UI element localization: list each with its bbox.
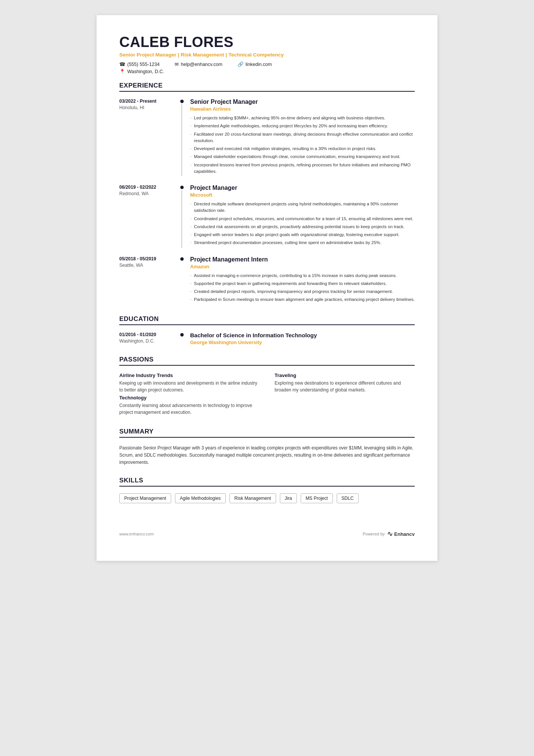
location-text: Redmond, WA [119,191,149,196]
passion-item: Technology Constantly learning about adv… [119,395,259,416]
skills-list: Project ManagementAgile MethodologiesRis… [119,493,415,503]
passions-col-2: Traveling Exploring new destinations to … [275,373,415,417]
experience-entry: 05/2018 - 05/2019 Seattle, WA Project Ma… [119,256,415,305]
edu-school: George Washington University [190,340,415,345]
passion-title: Traveling [275,373,415,378]
location-text: Washington, D.C. [127,69,164,74]
passion-title: Airline Industry Trends [119,373,259,378]
footer-right: Powered by ∿ Enhancv [363,530,415,538]
job-title: Project Manager [190,185,415,191]
experience-entry: 03/2022 - Present Honolulu, HI Senior Pr… [119,99,415,176]
bullet-item: Created detailed project reports, improv… [190,288,415,295]
date-location: 06/2019 - 02/2022 Redmond, WA [119,185,178,248]
experience-list: 03/2022 - Present Honolulu, HI Senior Pr… [119,99,415,305]
location-text: Seattle, WA [119,263,143,268]
summary-section: SUMMARY Passionate Senior Project Manage… [119,428,415,466]
date-location: 01/2016 - 01/2020 Washington, D.C. [119,332,178,345]
powered-by-text: Powered by [363,532,385,536]
skill-tag: Risk Management [230,493,276,503]
footer-website: www.enhancv.com [119,532,154,536]
passion-item: Airline Industry Trends Keeping up with … [119,373,259,393]
email-icon: ✉ [175,61,179,67]
skill-tag: Jira [280,493,297,503]
bullet-item: Led projects totaling $3MM+, achieving 9… [190,115,415,121]
skill-tag: Agile Methodologies [175,493,226,503]
passion-text: Exploring new destinations to experience… [275,380,415,393]
timeline-dot [178,185,186,248]
dot [180,186,184,189]
timeline-dot [178,256,186,305]
header: CALEB FLORES Senior Project Manager | Ri… [119,34,415,74]
bullet-item: Managed stakeholder expectations through… [190,153,415,160]
skill-tag: SDLC [337,493,359,503]
date-text: 03/2022 - Present [119,99,174,104]
entry-content: Project Manager Microsoft Directed multi… [186,185,415,248]
experience-section: EXPERIENCE 03/2022 - Present Honolulu, H… [119,82,415,305]
education-entry: 01/2016 - 01/2020 Washington, D.C. Bache… [119,332,415,345]
enhancv-logo: ∿ Enhancv [387,530,415,538]
experience-title: EXPERIENCE [119,82,415,92]
bullet-item: Conducted risk assessments on all projec… [190,224,415,230]
bullet-item: Incorporated lessons learned from previo… [190,162,415,175]
education-list: 01/2016 - 01/2020 Washington, D.C. Bache… [119,332,415,345]
passions-col-1: Airline Industry Trends Keeping up with … [119,373,259,417]
bullet-item: Streamlined project documentation proces… [190,239,415,246]
resume-page: CALEB FLORES Senior Project Manager | Ri… [97,15,437,561]
company-name: Amazon [190,264,415,269]
candidate-name: CALEB FLORES [119,34,415,50]
bullet-item: Implemented Agile methodologies, reducin… [190,123,415,129]
date-text: 05/2018 - 05/2019 [119,256,174,261]
timeline-dot [178,332,186,345]
location-text: Honolulu, HI [119,105,144,110]
passion-item: Traveling Exploring new destinations to … [275,373,415,393]
job-title: Senior Project Manager [190,99,415,105]
email-text: help@enhancv.com [181,62,222,67]
location-text: Washington, D.C. [119,338,155,344]
passions-list: Airline Industry Trends Keeping up with … [119,373,415,417]
entry-content: Project Management Intern Amazon Assiste… [186,256,415,305]
passions-title: PASSIONS [119,356,415,366]
skills-section: SKILLS Project ManagementAgile Methodolo… [119,477,415,503]
bullet-item: Participated in Scrum meetings to ensure… [190,296,415,303]
bullet-item: Assisted in managing e-commerce projects… [190,272,415,279]
phone-item: ☎ (555) 555-1234 [119,61,159,67]
location-row: 📍 Washington, D.C. [119,69,415,74]
company-name: Hawaiian Airlines [190,106,415,112]
edu-degree: Bachelor of Science in Information Techn… [190,332,415,338]
job-title: Project Management Intern [190,256,415,263]
passion-text: Constantly learning about advancements i… [119,402,259,416]
company-name: Microsoft [190,192,415,198]
linkedin-icon: 🔗 [237,61,244,67]
timeline-line [181,190,182,248]
skills-title: SKILLS [119,477,415,487]
bullet-item: Directed multiple software development p… [190,201,415,214]
entry-content: Bachelor of Science in Information Techn… [186,332,415,345]
contact-row: ☎ (555) 555-1234 ✉ help@enhancv.com 🔗 li… [119,61,415,67]
passion-title: Technology [119,395,259,401]
logo-wave-icon: ∿ [387,530,393,538]
education-section: EDUCATION 01/2016 - 01/2020 Washington, … [119,315,415,345]
bullet-item: Facilitated over 20 cross-functional tea… [190,131,415,144]
phone-text: (555) 555-1234 [127,62,159,67]
summary-text: Passionate Senior Project Manager with 3… [119,445,415,466]
bullet-list: Directed multiple software development p… [190,201,415,246]
bullet-item: Developed and executed risk mitigation s… [190,146,415,152]
dot [180,100,184,103]
education-title: EDUCATION [119,315,415,325]
bullet-item: Engaged with senior leaders to align pro… [190,232,415,238]
dot [180,257,184,261]
summary-title: SUMMARY [119,428,415,438]
bullet-list: Led projects totaling $3MM+, achieving 9… [190,115,415,175]
date-location: 05/2018 - 05/2019 Seattle, WA [119,256,178,305]
passion-text: Keeping up with innovations and developm… [119,380,259,393]
passions-section: PASSIONS Airline Industry Trends Keeping… [119,356,415,417]
timeline-dot [178,99,186,176]
experience-entry: 06/2019 - 02/2022 Redmond, WA Project Ma… [119,185,415,248]
date-location: 03/2022 - Present Honolulu, HI [119,99,178,176]
bullet-item: Coordinated project schedules, resources… [190,216,415,222]
dot [180,333,184,337]
candidate-subtitle: Senior Project Manager | Risk Management… [119,52,415,58]
bullet-item: Supported the project team in gathering … [190,280,415,287]
skill-tag: Project Management [119,493,171,503]
footer: www.enhancv.com Powered by ∿ Enhancv [119,526,415,538]
